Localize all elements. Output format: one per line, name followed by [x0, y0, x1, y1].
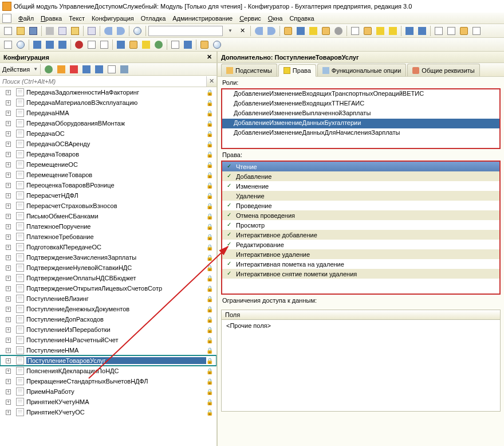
menu-config[interactable]: Конфигурация [88, 14, 137, 23]
expand-icon[interactable]: + [6, 152, 11, 157]
expand-icon[interactable]: + [6, 327, 11, 332]
rights-listbox[interactable]: ✓Чтение✓Добавление✓ИзменениеУдаление✓Про… [221, 161, 501, 295]
expand-icon[interactable]: + [6, 338, 11, 343]
expand-icon[interactable]: + [6, 100, 11, 105]
right-item[interactable]: ✓Добавление [222, 171, 499, 181]
tree-item[interactable]: +ПодтверждениеОплатыНДСВБюджет [0, 273, 216, 283]
right-item[interactable]: ✓Интерактивное добавление [222, 230, 499, 240]
expand-icon[interactable]: + [6, 142, 11, 147]
expand-icon[interactable]: + [6, 111, 11, 116]
expand-icon[interactable]: + [6, 131, 11, 136]
checkbox-icon[interactable]: ✓ [226, 271, 233, 277]
tb2-g[interactable] [99, 39, 110, 50]
tree-item[interactable]: +ПоступлениеТоваровУслуг [0, 355, 216, 366]
expand-icon[interactable]: + [6, 348, 11, 353]
menu-file[interactable]: Файл [15, 14, 37, 23]
tb-nav-fwd[interactable] [266, 25, 277, 37]
expand-icon[interactable]: + [6, 204, 11, 209]
config-search-clear[interactable]: ✕ [206, 76, 216, 87]
tab-subsystems[interactable]: Подсистемы [221, 64, 277, 76]
tb-c1[interactable] [404, 25, 415, 37]
tab-functional[interactable]: Функциональные опции [317, 64, 406, 76]
expand-icon[interactable]: + [6, 265, 11, 271]
act-sort[interactable] [106, 64, 117, 75]
config-panel-close[interactable]: ✕ [205, 53, 213, 61]
role-item[interactable]: ДобавлениеИзменениеДанныхДляНачисленияЗа… [222, 128, 499, 138]
tree-item[interactable]: +ПисьмоОбменСБанками [0, 211, 216, 221]
tree-item[interactable]: +ПринятиеКУчетуНМА [0, 397, 216, 407]
expand-icon[interactable]: + [6, 296, 11, 302]
tb-d2[interactable] [446, 25, 457, 37]
tree-item[interactable]: +ПодтверждениеЗачисленияЗарплаты [0, 252, 216, 263]
act-up[interactable] [81, 64, 92, 75]
right-item[interactable]: ✓Отмена проведения [222, 210, 499, 220]
menu-debug[interactable]: Отладка [137, 14, 169, 23]
expand-icon[interactable]: + [6, 317, 11, 322]
expand-icon[interactable]: + [6, 400, 11, 405]
checkbox-icon[interactable]: ✓ [226, 173, 233, 180]
expand-icon[interactable]: + [6, 183, 11, 188]
tb-d4[interactable] [471, 25, 482, 37]
tb2-breakpoint[interactable] [73, 39, 85, 50]
checkbox-icon[interactable] [226, 193, 233, 199]
tb2-o[interactable] [211, 39, 223, 50]
tb-cut[interactable] [44, 25, 56, 37]
expand-icon[interactable]: + [6, 389, 11, 394]
tb-c2[interactable] [416, 25, 428, 37]
expand-icon[interactable]: + [6, 276, 11, 281]
tb-save[interactable] [27, 25, 39, 37]
tree-item[interactable]: +ПринятиеКУчетуОС [0, 407, 216, 417]
tb-open[interactable] [15, 25, 26, 37]
act-add[interactable] [43, 64, 54, 75]
tree-item[interactable]: +ПередачаОС [0, 128, 216, 139]
tb-b1[interactable] [349, 25, 361, 37]
tb-d3[interactable] [458, 25, 470, 37]
right-item[interactable]: ✓Проведение [222, 201, 499, 210]
tb-paste[interactable] [69, 25, 81, 37]
tb-a4[interactable] [320, 25, 332, 37]
tree-item[interactable]: +ПередачаТоваров [0, 149, 216, 159]
checkbox-icon[interactable]: ✓ [226, 241, 233, 248]
checkbox-icon[interactable]: ✓ [226, 163, 233, 170]
tb-b3[interactable] [375, 25, 386, 37]
tb-d1[interactable] [433, 25, 444, 37]
tb2-m[interactable] [182, 39, 194, 50]
tb2-h[interactable] [115, 39, 127, 50]
checkbox-icon[interactable] [226, 251, 233, 258]
tree-item[interactable]: +ПоясненияКДекларацииПоНДС [0, 366, 216, 376]
tree-item[interactable]: +ПлатежноеПоручение [0, 221, 216, 232]
expand-icon[interactable]: + [6, 121, 11, 126]
tree-item[interactable]: +ПоступлениеДопРасходов [0, 314, 216, 324]
tb2-e[interactable] [57, 39, 68, 50]
tb2-k[interactable] [153, 39, 164, 50]
tb2-a[interactable] [2, 39, 14, 50]
tb2-l[interactable] [170, 39, 181, 50]
tb-b4[interactable] [387, 25, 399, 37]
tb2-f[interactable] [86, 39, 97, 50]
tree-item[interactable]: +ПередачаОборудованияВМонтаж [0, 118, 216, 128]
system-menu-icon[interactable] [2, 14, 11, 23]
tb2-n[interactable] [199, 39, 210, 50]
expand-icon[interactable]: + [6, 410, 11, 415]
roles-listbox[interactable]: ДобавлениеИзменениеВходящихТранспортныхО… [221, 88, 501, 149]
role-item[interactable]: ДобавлениеИзменениеВходящихТранспортныхО… [222, 89, 499, 99]
tree-item[interactable]: +ПеремещениеТоваров [0, 170, 216, 180]
tree-item[interactable]: +ПодтверждениеОткрытияЛицевыхСчетовСотр [0, 283, 216, 294]
menu-edit[interactable]: Правка [37, 14, 65, 23]
config-tree[interactable]: +ПередачаЗадолженностиНаФакторинг+Переда… [0, 87, 216, 446]
menu-windows[interactable]: Окна [265, 14, 286, 23]
expand-icon[interactable]: + [6, 369, 11, 374]
expand-icon[interactable]: + [6, 90, 11, 95]
checkbox-icon[interactable]: ✓ [226, 232, 233, 238]
tb-new[interactable] [2, 25, 14, 37]
tree-item[interactable]: +ПрекращениеСтандартныхВычетовНДФЛ [0, 376, 216, 386]
right-item[interactable]: Интерактивное удаление [222, 249, 499, 259]
tree-item[interactable]: +ПодготовкаКПередачеОС [0, 242, 216, 252]
tab-rights[interactable]: Права [278, 64, 316, 77]
tree-item[interactable]: +ПерерасчетНДФЛ [0, 190, 216, 201]
constraints-column-header[interactable]: Поля [221, 310, 501, 320]
right-item[interactable]: ✓Чтение [222, 162, 499, 171]
tb-a3[interactable] [308, 25, 319, 37]
tree-item[interactable]: +ПодтверждениеНулевойСтавкиНДС [0, 263, 216, 273]
actions-label[interactable]: Действия [2, 66, 30, 73]
